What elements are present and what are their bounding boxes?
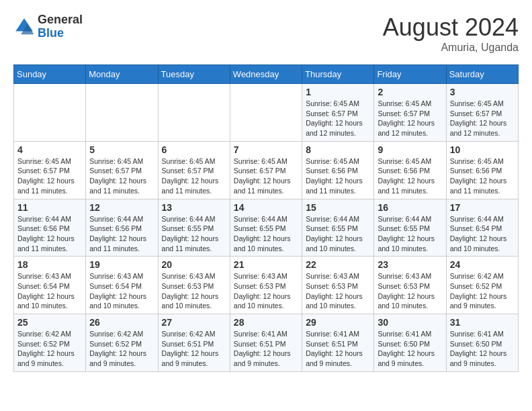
day-number: 9 <box>378 144 442 155</box>
day-number: 13 <box>162 202 226 213</box>
calendar-cell: 13Sunrise: 6:44 AM Sunset: 6:55 PM Dayli… <box>158 199 230 257</box>
calendar-cell: 30Sunrise: 6:41 AM Sunset: 6:50 PM Dayli… <box>374 314 446 372</box>
calendar-cell: 4Sunrise: 6:45 AM Sunset: 6:57 PM Daylig… <box>14 141 86 199</box>
day-info: Sunrise: 6:45 AM Sunset: 6:57 PM Dayligh… <box>162 156 226 196</box>
calendar-cell: 19Sunrise: 6:43 AM Sunset: 6:54 PM Dayli… <box>86 257 158 314</box>
day-info: Sunrise: 6:43 AM Sunset: 6:53 PM Dayligh… <box>306 271 370 311</box>
calendar-cell: 24Sunrise: 6:42 AM Sunset: 6:52 PM Dayli… <box>446 257 518 314</box>
day-number: 12 <box>89 202 154 213</box>
day-number: 6 <box>162 144 226 155</box>
day-number: 28 <box>234 317 298 328</box>
calendar-cell <box>230 84 302 142</box>
day-info: Sunrise: 6:41 AM Sunset: 6:50 PM Dayligh… <box>450 329 515 369</box>
calendar-week-row: 25Sunrise: 6:42 AM Sunset: 6:52 PM Dayli… <box>14 314 519 372</box>
day-info: Sunrise: 6:41 AM Sunset: 6:51 PM Dayligh… <box>306 329 370 369</box>
calendar-cell: 28Sunrise: 6:41 AM Sunset: 6:51 PM Dayli… <box>230 314 302 372</box>
calendar-cell: 31Sunrise: 6:41 AM Sunset: 6:50 PM Dayli… <box>446 314 518 372</box>
calendar-cell <box>86 84 158 142</box>
day-info: Sunrise: 6:43 AM Sunset: 6:54 PM Dayligh… <box>89 271 154 311</box>
day-info: Sunrise: 6:44 AM Sunset: 6:56 PM Dayligh… <box>17 214 82 254</box>
day-number: 8 <box>306 144 370 155</box>
day-of-week-header: Thursday <box>302 65 374 84</box>
calendar: SundayMondayTuesdayWednesdayThursdayFrid… <box>13 64 519 372</box>
calendar-cell: 25Sunrise: 6:42 AM Sunset: 6:52 PM Dayli… <box>14 314 86 372</box>
day-info: Sunrise: 6:45 AM Sunset: 6:57 PM Dayligh… <box>306 99 370 138</box>
calendar-cell: 20Sunrise: 6:43 AM Sunset: 6:53 PM Dayli… <box>158 257 230 314</box>
day-number: 16 <box>378 202 442 213</box>
day-number: 25 <box>17 317 82 328</box>
day-number: 20 <box>162 259 226 270</box>
calendar-week-row: 11Sunrise: 6:44 AM Sunset: 6:56 PM Dayli… <box>14 199 519 257</box>
calendar-cell: 27Sunrise: 6:42 AM Sunset: 6:51 PM Dayli… <box>158 314 230 372</box>
day-info: Sunrise: 6:42 AM Sunset: 6:52 PM Dayligh… <box>450 271 515 311</box>
day-info: Sunrise: 6:45 AM Sunset: 6:57 PM Dayligh… <box>17 156 82 196</box>
logo: General Blue <box>13 13 83 40</box>
day-info: Sunrise: 6:43 AM Sunset: 6:53 PM Dayligh… <box>378 271 442 311</box>
calendar-week-row: 1Sunrise: 6:45 AM Sunset: 6:57 PM Daylig… <box>14 84 519 142</box>
calendar-cell: 2Sunrise: 6:45 AM Sunset: 6:57 PM Daylig… <box>374 84 446 142</box>
month-year: August 2024 <box>383 13 519 42</box>
day-info: Sunrise: 6:45 AM Sunset: 6:57 PM Dayligh… <box>378 99 442 138</box>
day-number: 26 <box>89 317 154 328</box>
calendar-cell <box>158 84 230 142</box>
calendar-cell: 7Sunrise: 6:45 AM Sunset: 6:57 PM Daylig… <box>230 141 302 199</box>
calendar-week-row: 4Sunrise: 6:45 AM Sunset: 6:57 PM Daylig… <box>14 141 519 199</box>
day-info: Sunrise: 6:45 AM Sunset: 6:56 PM Dayligh… <box>306 156 370 196</box>
calendar-cell: 11Sunrise: 6:44 AM Sunset: 6:56 PM Dayli… <box>14 199 86 257</box>
day-number: 5 <box>89 144 154 155</box>
day-of-week-header: Sunday <box>14 65 86 84</box>
calendar-cell: 6Sunrise: 6:45 AM Sunset: 6:57 PM Daylig… <box>158 141 230 199</box>
calendar-cell: 29Sunrise: 6:41 AM Sunset: 6:51 PM Dayli… <box>302 314 374 372</box>
calendar-cell: 12Sunrise: 6:44 AM Sunset: 6:56 PM Dayli… <box>86 199 158 257</box>
day-of-week-header: Saturday <box>446 65 518 84</box>
day-number: 2 <box>378 87 442 97</box>
calendar-cell: 26Sunrise: 6:42 AM Sunset: 6:52 PM Dayli… <box>86 314 158 372</box>
logo-general: General <box>38 13 83 26</box>
calendar-cell <box>14 84 86 142</box>
day-number: 10 <box>450 144 515 155</box>
day-of-week-header: Tuesday <box>158 65 230 84</box>
day-info: Sunrise: 6:45 AM Sunset: 6:56 PM Dayligh… <box>450 156 515 196</box>
day-of-week-header: Friday <box>374 65 446 84</box>
day-number: 4 <box>17 144 82 155</box>
calendar-cell: 17Sunrise: 6:44 AM Sunset: 6:54 PM Dayli… <box>446 199 518 257</box>
day-info: Sunrise: 6:45 AM Sunset: 6:57 PM Dayligh… <box>450 99 515 138</box>
day-info: Sunrise: 6:44 AM Sunset: 6:54 PM Dayligh… <box>450 214 515 254</box>
day-number: 31 <box>450 317 515 328</box>
day-number: 7 <box>234 144 298 155</box>
calendar-cell: 8Sunrise: 6:45 AM Sunset: 6:56 PM Daylig… <box>302 141 374 199</box>
day-of-week-header: Wednesday <box>230 65 302 84</box>
day-of-week-header: Monday <box>86 65 158 84</box>
day-number: 29 <box>306 317 370 328</box>
day-info: Sunrise: 6:44 AM Sunset: 6:56 PM Dayligh… <box>89 214 154 254</box>
day-info: Sunrise: 6:42 AM Sunset: 6:51 PM Dayligh… <box>162 329 226 369</box>
day-number: 21 <box>234 259 298 270</box>
day-number: 14 <box>234 202 298 213</box>
logo-text: General Blue <box>38 13 83 40</box>
day-info: Sunrise: 6:41 AM Sunset: 6:51 PM Dayligh… <box>234 329 298 369</box>
calendar-cell: 18Sunrise: 6:43 AM Sunset: 6:54 PM Dayli… <box>14 257 86 314</box>
day-info: Sunrise: 6:45 AM Sunset: 6:57 PM Dayligh… <box>234 156 298 196</box>
calendar-cell: 16Sunrise: 6:44 AM Sunset: 6:55 PM Dayli… <box>374 199 446 257</box>
calendar-cell: 3Sunrise: 6:45 AM Sunset: 6:57 PM Daylig… <box>446 84 518 142</box>
calendar-cell: 15Sunrise: 6:44 AM Sunset: 6:55 PM Dayli… <box>302 199 374 257</box>
day-number: 18 <box>17 259 82 270</box>
day-info: Sunrise: 6:44 AM Sunset: 6:55 PM Dayligh… <box>306 214 370 254</box>
day-number: 19 <box>89 259 154 270</box>
day-number: 23 <box>378 259 442 270</box>
day-info: Sunrise: 6:43 AM Sunset: 6:53 PM Dayligh… <box>234 271 298 311</box>
day-number: 15 <box>306 202 370 213</box>
calendar-cell: 21Sunrise: 6:43 AM Sunset: 6:53 PM Dayli… <box>230 257 302 314</box>
day-info: Sunrise: 6:44 AM Sunset: 6:55 PM Dayligh… <box>378 214 442 254</box>
logo-blue: Blue <box>38 26 64 40</box>
day-info: Sunrise: 6:45 AM Sunset: 6:57 PM Dayligh… <box>89 156 154 196</box>
calendar-cell: 23Sunrise: 6:43 AM Sunset: 6:53 PM Dayli… <box>374 257 446 314</box>
calendar-cell: 14Sunrise: 6:44 AM Sunset: 6:55 PM Dayli… <box>230 199 302 257</box>
day-info: Sunrise: 6:44 AM Sunset: 6:55 PM Dayligh… <box>162 214 226 254</box>
calendar-cell: 9Sunrise: 6:45 AM Sunset: 6:56 PM Daylig… <box>374 141 446 199</box>
calendar-header-row: SundayMondayTuesdayWednesdayThursdayFrid… <box>14 65 519 84</box>
day-info: Sunrise: 6:44 AM Sunset: 6:55 PM Dayligh… <box>234 214 298 254</box>
day-info: Sunrise: 6:42 AM Sunset: 6:52 PM Dayligh… <box>89 329 154 369</box>
logo-icon <box>13 16 35 38</box>
day-number: 27 <box>162 317 226 328</box>
